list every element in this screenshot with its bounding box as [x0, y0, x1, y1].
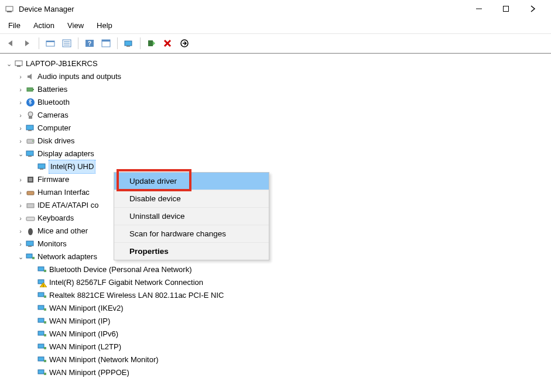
expand-icon[interactable]: › [16, 96, 25, 109]
svg-point-23 [28, 112, 33, 116]
hid-icon [26, 188, 35, 197]
tree-device[interactable]: WAN Miniport (L2TP) [28, 341, 551, 353]
display-icon [26, 149, 35, 159]
tree-root[interactable]: ⌄ LAPTOP-JB1EKRCS [5, 57, 551, 70]
tree-category[interactable]: ›Mice and other [16, 225, 551, 238]
svg-rect-3 [504, 6, 509, 12]
collapse-icon[interactable]: ⌄ [16, 250, 25, 263]
toolbar: ? [0, 34, 551, 53]
tree-device[interactable]: !Intel(R) 82567LF Gigabit Network Connec… [28, 276, 551, 289]
tree-category[interactable]: ›Bluetooth [16, 96, 551, 109]
ctx-update-driver[interactable]: Update driver [114, 173, 269, 190]
device-tree[interactable]: ⌄ LAPTOP-JB1EKRCS ›Audio inputs and outp… [0, 54, 551, 379]
tree-category[interactable]: ›Keyboards [16, 212, 551, 225]
expand-icon[interactable]: › [16, 70, 25, 83]
display-icon [37, 162, 47, 171]
svg-rect-29 [26, 151, 33, 156]
tree-category[interactable]: ›Computer [16, 122, 551, 135]
tree-category[interactable]: ›Disk drives [16, 135, 551, 147]
collapse-icon[interactable]: ⌄ [5, 57, 13, 70]
device-label: Bluetooth Device (Personal Area Network) [49, 263, 192, 276]
menu-help[interactable]: Help [94, 20, 115, 31]
ctx-properties[interactable]: Properties [114, 243, 269, 260]
tree-category[interactable]: ›Human Interfac [16, 186, 551, 199]
svg-rect-58 [44, 360, 46, 362]
expand-icon[interactable]: › [16, 238, 25, 250]
tree-category[interactable]: ›Monitors [16, 238, 551, 250]
overflow-button[interactable] [519, 0, 546, 18]
ctx-disable-device[interactable]: Disable device [114, 190, 269, 208]
show-hidden-button[interactable] [43, 36, 58, 50]
category-label: Bluetooth [37, 96, 70, 109]
tree-category[interactable]: ›Batteries [16, 83, 551, 96]
tree-category[interactable]: ›Audio inputs and outputs [16, 70, 551, 83]
network-icon [26, 252, 35, 262]
tree-device-intel-uhd[interactable]: Intel(R) UHD [28, 160, 131, 173]
expand-icon[interactable]: › [16, 109, 25, 122]
tree-category[interactable]: ›Cameras [16, 109, 551, 122]
collapse-icon[interactable]: ⌄ [16, 147, 25, 160]
battery-icon [26, 85, 35, 94]
svg-rect-25 [26, 125, 33, 130]
menu-action[interactable]: Action [31, 20, 57, 31]
expand-icon[interactable]: › [16, 212, 25, 225]
forward-button[interactable] [20, 36, 35, 50]
ctx-uninstall-device[interactable]: Uninstall device [114, 208, 269, 225]
svg-rect-40 [28, 246, 32, 247]
svg-rect-30 [28, 156, 32, 157]
category-label: Batteries [37, 83, 67, 96]
expand-icon[interactable]: › [16, 199, 25, 212]
expand-icon[interactable]: › [16, 186, 25, 199]
ctx-scan-hardware[interactable]: Scan for hardware changes [114, 225, 269, 243]
svg-rect-35 [27, 191, 34, 195]
menu-view[interactable]: View [65, 20, 86, 31]
uninstall-button[interactable] [160, 36, 176, 50]
svg-rect-52 [44, 321, 46, 324]
svg-rect-49 [38, 305, 44, 310]
tree-device[interactable]: WAN Miniport (IPv6) [28, 328, 551, 341]
network-warning-icon: ! [37, 278, 47, 287]
tree-category-network-adapters[interactable]: ⌄Network adapters [16, 250, 551, 263]
expand-icon[interactable]: › [16, 83, 25, 96]
update-driver-button[interactable] [144, 36, 159, 50]
expand-icon[interactable]: › [16, 135, 25, 147]
ide-icon [26, 201, 35, 210]
svg-rect-59 [38, 370, 44, 374]
tree-category-display-adapters[interactable]: ⌄Display adapters [16, 147, 551, 160]
category-label: Cameras [37, 109, 69, 122]
tree-device[interactable]: WAN Miniport (PPPOE) [28, 366, 551, 379]
maximize-button[interactable] [492, 0, 519, 18]
help-button[interactable]: ? [82, 36, 97, 50]
svg-rect-42 [32, 257, 35, 259]
tree-device[interactable]: WAN Miniport (Network Monitor) [28, 353, 551, 366]
disable-button[interactable] [177, 36, 192, 50]
device-label: WAN Miniport (L2TP) [49, 341, 121, 353]
svg-rect-34 [29, 178, 32, 181]
network-icon [37, 355, 47, 365]
svg-rect-16 [148, 40, 153, 46]
svg-rect-53 [38, 331, 44, 335]
menu-bar: File Action View Help [0, 18, 551, 34]
menu-file[interactable]: File [6, 20, 23, 31]
svg-rect-0 [6, 6, 13, 11]
back-button[interactable] [4, 36, 19, 50]
minimize-button[interactable] [466, 0, 492, 18]
svg-rect-56 [44, 347, 46, 349]
tree-device[interactable]: Bluetooth Device (Personal Area Network) [28, 263, 551, 276]
tree-category[interactable]: ›IDE ATA/ATAPI co [16, 199, 551, 212]
network-icon [37, 265, 47, 274]
expand-icon[interactable]: › [16, 122, 25, 135]
scan-button[interactable] [121, 36, 136, 50]
tree-device[interactable]: WAN Miniport (IP) [28, 315, 551, 328]
category-label: Network adapters [37, 250, 97, 263]
svg-text:!: ! [43, 284, 44, 288]
expand-icon[interactable]: › [16, 225, 25, 238]
tree-device[interactable]: Realtek 8821CE Wireless LAN 802.11ac PCI… [28, 289, 551, 302]
tree-category[interactable]: ›Firmware [16, 173, 551, 186]
expand-icon[interactable]: › [16, 173, 25, 186]
network-icon [37, 329, 47, 339]
svg-rect-41 [26, 254, 32, 258]
properties-button[interactable] [59, 36, 74, 50]
tree-device[interactable]: WAN Miniport (IKEv2) [28, 302, 551, 315]
action-button[interactable] [98, 36, 114, 50]
